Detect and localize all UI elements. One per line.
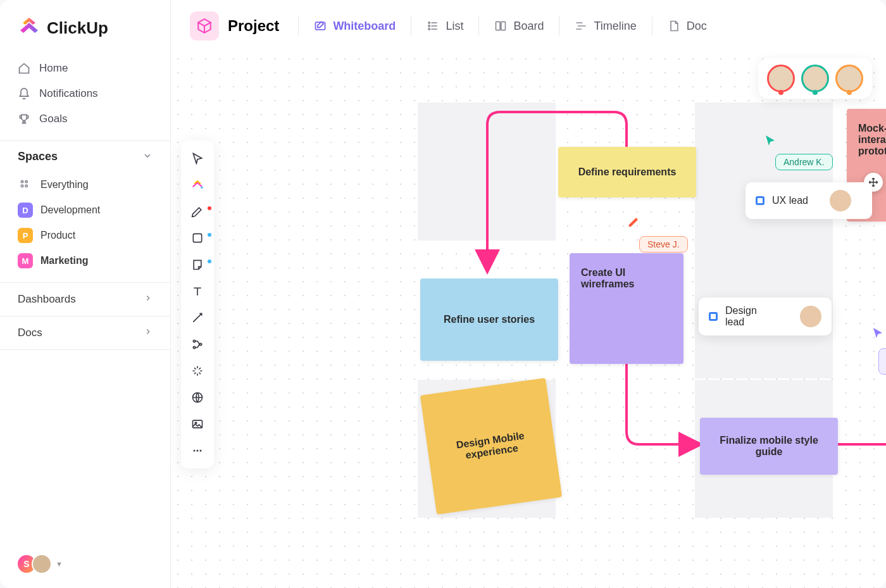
tab-board-label: Board: [513, 20, 544, 33]
svg-text:+: +: [200, 185, 203, 191]
space-development[interactable]: D Development: [11, 197, 159, 223]
note-text: Define requirements: [578, 166, 677, 178]
doc-icon: [668, 20, 680, 32]
svg-point-14: [199, 343, 201, 345]
separator: [652, 16, 652, 35]
tool-connector[interactable]: [185, 306, 210, 329]
nav-notifications[interactable]: Notifications: [11, 81, 159, 106]
cursor-tag-nikita: Nikita Q.: [878, 348, 886, 375]
collaborator-avatar[interactable]: [835, 65, 863, 92]
svg-rect-9: [501, 22, 506, 30]
note-text: Create UI wireframes: [581, 267, 672, 290]
logo[interactable]: ClickUp: [0, 0, 170, 53]
cursor-tag-andrew: Andrew K.: [775, 154, 833, 170]
tab-board[interactable]: Board: [487, 16, 551, 37]
svg-point-6: [428, 25, 430, 27]
tab-timeline[interactable]: Timeline: [567, 16, 644, 37]
tool-ai-sparkle[interactable]: [185, 360, 210, 382]
note-text: Mock-up interactive prototype: [858, 123, 886, 157]
tab-list[interactable]: List: [419, 16, 471, 37]
sticky-note-wireframes[interactable]: Create UI wireframes: [570, 253, 683, 364]
svg-point-18: [194, 450, 196, 452]
sticky-note-define[interactable]: Define requirements: [558, 147, 696, 197]
shade-block: [418, 103, 556, 241]
nav-home[interactable]: Home: [11, 56, 159, 81]
task-status-square: [709, 312, 718, 321]
space-product-icon: P: [18, 228, 33, 243]
svg-point-7: [428, 28, 430, 30]
space-everything-label: Everything: [41, 179, 89, 191]
sticky-note-finalize[interactable]: Finalize mobile style guide: [700, 418, 838, 475]
space-everything[interactable]: Everything: [11, 172, 159, 197]
cursor-tag-steve: Steve J.: [639, 236, 688, 253]
grid-icon: [18, 177, 33, 192]
tab-whiteboard[interactable]: Whiteboard: [306, 16, 403, 37]
tool-pencil[interactable]: [185, 200, 210, 223]
tab-timeline-label: Timeline: [594, 20, 636, 33]
nav-goals-label: Goals: [39, 113, 67, 125]
space-product-label: Product: [41, 230, 75, 241]
project-header[interactable]: Project: [190, 11, 279, 41]
user-avatar-photo: [32, 554, 52, 574]
caret-down-icon: ▼: [56, 560, 63, 568]
brand-name: ClickUp: [47, 18, 108, 38]
separator: [559, 16, 559, 35]
tool-text[interactable]: [185, 280, 210, 303]
task-text: UX lead: [772, 195, 808, 206]
pencil-cursor-icon: [627, 214, 640, 227]
tool-shape-square[interactable]: [185, 227, 210, 249]
docs-label: Docs: [18, 327, 42, 339]
assignee-avatar: [830, 190, 851, 211]
nav-notifications-label: Notifications: [39, 87, 98, 100]
tool-web-embed[interactable]: [185, 386, 210, 409]
project-title: Project: [228, 17, 279, 35]
section-docs[interactable]: Docs: [0, 316, 170, 350]
tool-clickup-create[interactable]: +: [185, 173, 210, 196]
chevron-right-icon: [144, 294, 153, 305]
space-dev-icon: D: [18, 203, 33, 218]
tool-image[interactable]: [185, 413, 210, 435]
dashboards-label: Dashboards: [18, 293, 76, 306]
home-icon: [18, 62, 30, 75]
collaborator-avatar[interactable]: [767, 65, 795, 92]
separator: [411, 16, 411, 35]
whiteboard-canvas[interactable]: Define requirements Refine user stories …: [171, 52, 886, 588]
note-text: Refine user stories: [444, 314, 535, 325]
collaborator-avatar[interactable]: [801, 65, 829, 92]
spaces-header[interactable]: Spaces: [0, 141, 170, 170]
task-card-design-lead[interactable]: Design lead: [699, 297, 832, 335]
section-dashboards[interactable]: Dashboards: [0, 282, 170, 316]
sticky-note-refine[interactable]: Refine user stories: [420, 278, 558, 361]
trophy-icon: [18, 113, 30, 125]
shade-block: [695, 103, 833, 241]
tool-sticky-note[interactable]: [185, 253, 210, 276]
project-cube-icon: [190, 11, 219, 41]
svg-point-13: [193, 346, 195, 348]
cursor-icon: [872, 327, 885, 339]
svg-point-1: [25, 180, 27, 182]
cursor-icon: [764, 134, 777, 147]
sticky-note-mobile-exp[interactable]: Design Mobile experience: [420, 378, 562, 515]
collaborators-bar[interactable]: [758, 58, 872, 99]
space-dev-label: Development: [41, 204, 100, 216]
tab-list-label: List: [446, 20, 463, 33]
separator: [298, 16, 299, 35]
whiteboard-icon: [314, 20, 327, 32]
tab-whiteboard-label: Whiteboard: [333, 20, 396, 33]
task-card-ux-lead[interactable]: UX lead: [746, 182, 872, 219]
space-marketing[interactable]: M Marketing: [11, 248, 159, 273]
space-product[interactable]: P Product: [11, 223, 159, 248]
sidebar: ClickUp Home Notifications Goals Spaces …: [0, 0, 171, 588]
clickup-logo-icon: [18, 15, 41, 41]
tag-text: Steve J.: [647, 239, 680, 249]
task-text: Design lead: [725, 305, 778, 328]
tool-more[interactable]: [185, 439, 210, 462]
tool-pointer[interactable]: [185, 147, 210, 170]
spaces-title: Spaces: [18, 150, 58, 163]
tool-relations[interactable]: [185, 333, 210, 356]
space-marketing-label: Marketing: [41, 255, 89, 266]
tab-doc[interactable]: Doc: [660, 16, 714, 37]
user-menu[interactable]: S ▼: [0, 540, 170, 588]
svg-point-0: [21, 180, 23, 182]
nav-goals[interactable]: Goals: [11, 106, 159, 132]
